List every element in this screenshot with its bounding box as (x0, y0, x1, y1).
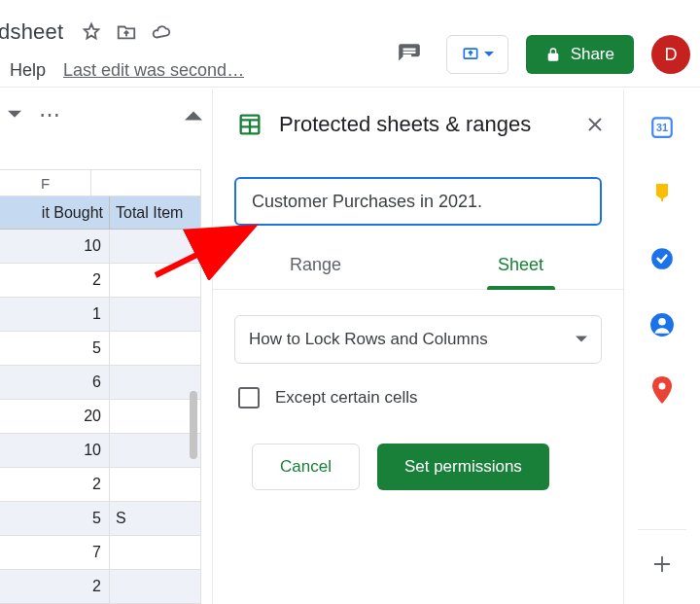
present-button[interactable] (446, 35, 508, 74)
cell[interactable]: 2 (0, 468, 110, 501)
share-button[interactable]: Share (526, 35, 634, 74)
table-row[interactable]: 2 (0, 264, 200, 298)
sheet-dropdown[interactable]: How to Lock Rows and Columns (234, 315, 602, 364)
panel-title: Protected sheets & ranges (279, 112, 569, 137)
cell[interactable] (110, 264, 201, 297)
cell[interactable]: 5 (0, 502, 110, 535)
document-title[interactable]: dsheet (0, 19, 63, 45)
cancel-button[interactable]: Cancel (252, 444, 360, 490)
set-permissions-button[interactable]: Set permissions (377, 444, 549, 490)
cell[interactable]: 6 (0, 366, 110, 399)
cell[interactable] (110, 332, 201, 365)
contacts-icon[interactable] (648, 311, 676, 338)
table-row[interactable]: 5S (0, 502, 200, 536)
table-row[interactable]: 2 (0, 468, 200, 502)
protected-sheets-panel: Protected sheets & ranges Range Sheet Ho… (212, 89, 624, 604)
svg-rect-3 (661, 198, 663, 201)
description-input-wrap (234, 177, 602, 226)
table-row[interactable]: 20 (0, 400, 200, 434)
header-cell[interactable]: it Bought (0, 196, 110, 229)
sheet-dropdown-value: How to Lock Rows and Columns (249, 330, 488, 349)
header-cell[interactable]: Total Item (110, 196, 201, 229)
toolbar-dropdown-icon[interactable] (8, 108, 21, 122)
cell[interactable]: 10 (0, 434, 110, 467)
user-avatar[interactable]: D (651, 35, 690, 74)
cell[interactable]: 7 (0, 536, 110, 569)
close-icon[interactable] (584, 114, 606, 135)
table-row[interactable]: 6 (0, 366, 200, 400)
except-cells-label: Except certain cells (275, 388, 417, 408)
table-row[interactable]: 10 (0, 434, 200, 468)
cell[interactable]: 10 (0, 230, 110, 263)
share-button-label: Share (571, 45, 614, 64)
tab-range[interactable]: Range (213, 255, 418, 289)
table-row[interactable]: 1 (0, 298, 200, 332)
more-icon[interactable]: ⋯ (39, 102, 62, 127)
cell[interactable]: 1 (0, 298, 110, 331)
cloud-icon[interactable] (151, 21, 172, 43)
cell[interactable]: 5 (0, 332, 110, 365)
sheets-icon (236, 111, 263, 138)
cell[interactable] (110, 536, 201, 569)
toolbar-strip: ⋯ (0, 97, 212, 132)
calendar-icon[interactable]: 31 (648, 113, 676, 140)
column-letter-F[interactable]: F (0, 170, 91, 195)
side-rail: 31 (624, 89, 700, 604)
table-row[interactable]: 5 (0, 332, 200, 366)
tab-sheet[interactable]: Sheet (418, 255, 623, 289)
title-bar: dsheet Share D (0, 0, 700, 88)
vertical-scrollbar[interactable] (190, 391, 197, 459)
cell[interactable] (110, 400, 201, 433)
cell[interactable] (110, 298, 201, 331)
star-icon[interactable] (81, 21, 102, 43)
cell[interactable] (110, 468, 201, 501)
except-cells-checkbox[interactable] (238, 387, 260, 409)
move-icon[interactable] (116, 21, 137, 43)
cell[interactable] (110, 434, 201, 467)
cell[interactable] (110, 570, 201, 603)
keep-icon[interactable] (648, 179, 676, 206)
table-row[interactable]: 2 (0, 570, 200, 604)
svg-text:31: 31 (656, 122, 668, 133)
cell[interactable] (110, 230, 201, 263)
last-edit-link[interactable]: Last edit was second… (63, 60, 244, 81)
cell[interactable] (110, 366, 201, 399)
table-row[interactable]: 7 (0, 536, 200, 570)
svg-point-7 (659, 383, 666, 390)
spreadsheet-grid[interactable]: E F it Bought Total Item 102156201025S72 (0, 169, 201, 604)
header-row: it Bought Total Item (0, 196, 200, 230)
menu-help[interactable]: Help (10, 60, 46, 81)
collapse-icon[interactable] (185, 106, 202, 124)
add-addon-icon[interactable] (638, 529, 686, 575)
cell[interactable]: 2 (0, 264, 110, 297)
cell[interactable]: S (110, 502, 201, 535)
cell[interactable]: 20 (0, 400, 110, 433)
lock-icon (545, 47, 561, 62)
maps-icon[interactable] (648, 377, 676, 405)
svg-point-6 (658, 318, 666, 326)
chevron-down-icon (576, 334, 587, 345)
description-input[interactable] (250, 191, 586, 213)
cell[interactable]: 2 (0, 570, 110, 603)
tasks-icon[interactable] (648, 245, 676, 272)
table-row[interactable]: 10 (0, 230, 200, 264)
comments-icon[interactable] (390, 35, 429, 74)
